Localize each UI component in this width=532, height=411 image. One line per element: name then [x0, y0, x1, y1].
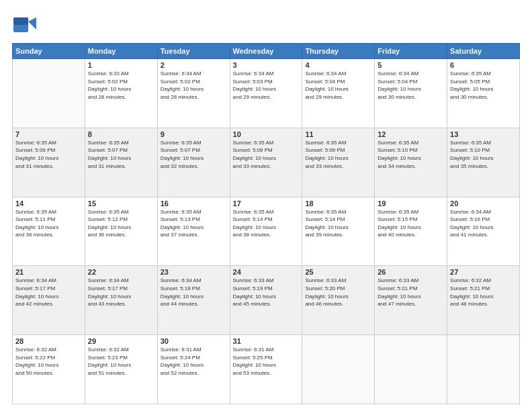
day-info: Sunrise: 6:34 AM Sunset: 5:17 PM Dayligh…	[88, 277, 154, 308]
day-number: 21	[15, 268, 82, 276]
weekday-monday: Monday	[85, 44, 157, 59]
day-cell	[13, 59, 85, 128]
day-info: Sunrise: 6:34 AM Sunset: 5:17 PM Dayligh…	[15, 277, 82, 308]
day-cell	[375, 335, 447, 404]
day-cell	[447, 335, 520, 404]
logo-icon	[12, 12, 38, 38]
day-number: 8	[88, 130, 154, 138]
day-info: Sunrise: 6:32 AM Sunset: 5:22 PM Dayligh…	[15, 346, 82, 377]
day-number: 4	[305, 61, 371, 69]
weekday-wednesday: Wednesday	[230, 44, 302, 59]
day-number: 9	[161, 130, 227, 138]
day-info: Sunrise: 6:33 AM Sunset: 5:19 PM Dayligh…	[233, 277, 300, 308]
day-number: 29	[88, 337, 154, 345]
day-number: 5	[378, 61, 444, 69]
day-cell: 8Sunrise: 6:35 AM Sunset: 5:07 PM Daylig…	[85, 128, 157, 197]
day-number: 25	[305, 268, 371, 276]
day-cell: 23Sunrise: 6:34 AM Sunset: 5:18 PM Dayli…	[157, 266, 230, 335]
day-number: 7	[15, 130, 82, 138]
day-cell: 5Sunrise: 6:34 AM Sunset: 5:04 PM Daylig…	[375, 59, 447, 128]
day-cell: 2Sunrise: 6:34 AM Sunset: 5:02 PM Daylig…	[157, 59, 230, 128]
day-cell: 4Sunrise: 6:34 AM Sunset: 5:04 PM Daylig…	[302, 59, 375, 128]
weekday-saturday: Saturday	[447, 44, 520, 59]
day-cell: 18Sunrise: 6:35 AM Sunset: 5:14 PM Dayli…	[302, 197, 375, 266]
day-number: 13	[450, 130, 517, 138]
day-cell: 22Sunrise: 6:34 AM Sunset: 5:17 PM Dayli…	[85, 266, 157, 335]
day-info: Sunrise: 6:33 AM Sunset: 5:21 PM Dayligh…	[378, 277, 444, 308]
day-info: Sunrise: 6:35 AM Sunset: 5:14 PM Dayligh…	[233, 208, 300, 239]
day-info: Sunrise: 6:35 AM Sunset: 5:09 PM Dayligh…	[305, 139, 371, 170]
day-info: Sunrise: 6:34 AM Sunset: 5:04 PM Dayligh…	[378, 70, 444, 101]
day-info: Sunrise: 6:32 AM Sunset: 5:23 PM Dayligh…	[88, 346, 154, 377]
day-cell: 29Sunrise: 6:32 AM Sunset: 5:23 PM Dayli…	[85, 335, 157, 404]
day-cell: 17Sunrise: 6:35 AM Sunset: 5:14 PM Dayli…	[230, 197, 302, 266]
day-number: 12	[378, 130, 444, 138]
day-info: Sunrise: 6:35 AM Sunset: 5:07 PM Dayligh…	[161, 139, 227, 170]
day-cell: 15Sunrise: 6:35 AM Sunset: 5:12 PM Dayli…	[85, 197, 157, 266]
day-number: 17	[233, 199, 300, 208]
day-info: Sunrise: 6:31 AM Sunset: 5:25 PM Dayligh…	[233, 346, 300, 377]
day-number: 14	[15, 199, 82, 208]
day-number: 31	[233, 337, 300, 345]
week-row-4: 28Sunrise: 6:32 AM Sunset: 5:22 PM Dayli…	[13, 335, 520, 404]
day-number: 2	[161, 61, 227, 69]
day-info: Sunrise: 6:33 AM Sunset: 5:20 PM Dayligh…	[305, 277, 371, 308]
day-cell: 1Sunrise: 6:33 AM Sunset: 5:02 PM Daylig…	[85, 59, 157, 128]
svg-marker-2	[28, 17, 36, 30]
day-info: Sunrise: 6:34 AM Sunset: 5:02 PM Dayligh…	[161, 70, 227, 101]
svg-rect-1	[13, 17, 28, 25]
day-number: 22	[88, 268, 154, 276]
day-cell: 20Sunrise: 6:34 AM Sunset: 5:16 PM Dayli…	[447, 197, 520, 266]
day-info: Sunrise: 6:35 AM Sunset: 5:08 PM Dayligh…	[233, 139, 300, 170]
day-number: 20	[450, 199, 517, 208]
day-cell: 13Sunrise: 6:35 AM Sunset: 5:10 PM Dayli…	[447, 128, 520, 197]
week-row-0: 1Sunrise: 6:33 AM Sunset: 5:02 PM Daylig…	[13, 59, 520, 128]
day-cell	[302, 335, 375, 404]
day-number: 16	[161, 199, 227, 208]
day-number: 26	[378, 268, 444, 276]
day-number: 10	[233, 130, 300, 138]
day-info: Sunrise: 6:35 AM Sunset: 5:13 PM Dayligh…	[161, 208, 227, 239]
day-cell: 3Sunrise: 6:34 AM Sunset: 5:03 PM Daylig…	[230, 59, 302, 128]
calendar-table: SundayMondayTuesdayWednesdayThursdayFrid…	[12, 43, 520, 404]
day-number: 23	[161, 268, 227, 276]
day-number: 24	[233, 268, 300, 276]
day-info: Sunrise: 6:35 AM Sunset: 5:15 PM Dayligh…	[378, 208, 444, 239]
day-cell: 7Sunrise: 6:35 AM Sunset: 5:06 PM Daylig…	[13, 128, 85, 197]
weekday-tuesday: Tuesday	[157, 44, 230, 59]
day-number: 30	[161, 337, 227, 345]
day-cell: 12Sunrise: 6:35 AM Sunset: 5:10 PM Dayli…	[375, 128, 447, 197]
weekday-thursday: Thursday	[302, 44, 375, 59]
day-cell: 14Sunrise: 6:35 AM Sunset: 5:11 PM Dayli…	[13, 197, 85, 266]
day-number: 11	[305, 130, 371, 138]
day-number: 15	[88, 199, 154, 208]
day-info: Sunrise: 6:34 AM Sunset: 5:04 PM Dayligh…	[305, 70, 371, 101]
day-cell: 24Sunrise: 6:33 AM Sunset: 5:19 PM Dayli…	[230, 266, 302, 335]
day-cell: 26Sunrise: 6:33 AM Sunset: 5:21 PM Dayli…	[375, 266, 447, 335]
day-info: Sunrise: 6:35 AM Sunset: 5:12 PM Dayligh…	[88, 208, 154, 239]
day-cell: 21Sunrise: 6:34 AM Sunset: 5:17 PM Dayli…	[13, 266, 85, 335]
day-number: 3	[233, 61, 300, 69]
day-cell: 6Sunrise: 6:35 AM Sunset: 5:05 PM Daylig…	[447, 59, 520, 128]
day-number: 19	[378, 199, 444, 208]
day-number: 27	[450, 268, 517, 276]
weekday-header-row: SundayMondayTuesdayWednesdayThursdayFrid…	[13, 44, 520, 59]
day-cell: 27Sunrise: 6:32 AM Sunset: 5:21 PM Dayli…	[447, 266, 520, 335]
day-info: Sunrise: 6:32 AM Sunset: 5:21 PM Dayligh…	[450, 277, 517, 308]
day-info: Sunrise: 6:35 AM Sunset: 5:10 PM Dayligh…	[450, 139, 517, 170]
day-info: Sunrise: 6:31 AM Sunset: 5:24 PM Dayligh…	[161, 346, 227, 377]
day-cell: 31Sunrise: 6:31 AM Sunset: 5:25 PM Dayli…	[230, 335, 302, 404]
week-row-2: 14Sunrise: 6:35 AM Sunset: 5:11 PM Dayli…	[13, 197, 520, 266]
day-cell: 10Sunrise: 6:35 AM Sunset: 5:08 PM Dayli…	[230, 128, 302, 197]
day-cell: 30Sunrise: 6:31 AM Sunset: 5:24 PM Dayli…	[157, 335, 230, 404]
day-info: Sunrise: 6:34 AM Sunset: 5:18 PM Dayligh…	[161, 277, 227, 308]
day-cell: 19Sunrise: 6:35 AM Sunset: 5:15 PM Dayli…	[375, 197, 447, 266]
day-info: Sunrise: 6:35 AM Sunset: 5:06 PM Dayligh…	[15, 139, 82, 170]
weekday-sunday: Sunday	[13, 44, 85, 59]
day-number: 18	[305, 199, 371, 208]
day-info: Sunrise: 6:35 AM Sunset: 5:10 PM Dayligh…	[378, 139, 444, 170]
day-number: 6	[450, 61, 517, 69]
day-cell: 16Sunrise: 6:35 AM Sunset: 5:13 PM Dayli…	[157, 197, 230, 266]
day-cell: 25Sunrise: 6:33 AM Sunset: 5:20 PM Dayli…	[302, 266, 375, 335]
day-number: 1	[88, 61, 154, 69]
